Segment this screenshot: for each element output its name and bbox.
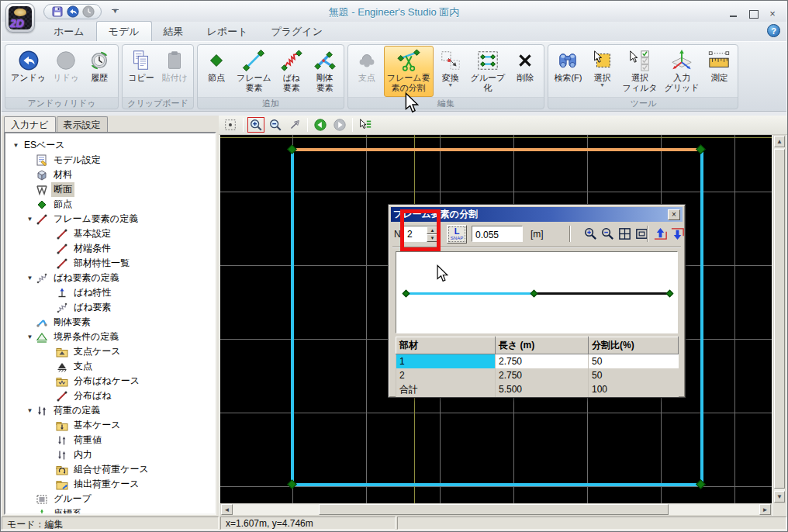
ribbon-tab-5[interactable]: プラグイン: [259, 22, 334, 41]
model-node[interactable]: [287, 144, 297, 154]
frame-left-column[interactable]: [291, 148, 294, 486]
close-button[interactable]: ×: [768, 10, 777, 18]
zoom-out-icon[interactable]: [267, 117, 284, 133]
ribbon-button-select[interactable]: 選択▼: [586, 46, 618, 97]
ribbon-button-history[interactable]: 履歴: [83, 46, 116, 97]
tab-display-settings[interactable]: 表示設定: [57, 116, 108, 132]
table-row[interactable]: 合計5.500100: [396, 382, 679, 397]
ribbon-button-node[interactable]: 節点: [200, 46, 233, 97]
tree-item[interactable]: 内力: [5, 447, 215, 462]
tree-item[interactable]: 抽出荷重ケース: [5, 477, 215, 492]
display-select-icon[interactable]: [357, 117, 374, 133]
ribbon-tab-1[interactable]: ホーム: [42, 22, 96, 41]
table-header[interactable]: 長さ (m): [496, 337, 589, 354]
tree-expander-icon[interactable]: ▼: [24, 333, 36, 340]
tree-expander-icon[interactable]: ▼: [10, 142, 22, 149]
ribbon-button-undo[interactable]: アンドゥ: [8, 46, 49, 97]
zoom-in-icon[interactable]: [582, 226, 599, 242]
table-cell[interactable]: 2.750: [496, 368, 589, 382]
table-cell[interactable]: 2.750: [496, 354, 589, 368]
history-icon[interactable]: [81, 5, 95, 19]
tree-item[interactable]: ▼境界条件の定義: [5, 330, 215, 344]
dropdown-arrow-icon[interactable]: ▼: [448, 83, 453, 87]
frame-top-beam[interactable]: [292, 148, 703, 151]
tree-item[interactable]: 部材特性一覧: [5, 256, 215, 271]
vertical-scroll-thumb[interactable]: [774, 149, 785, 489]
vertical-scrollbar[interactable]: ▲ ▼: [773, 135, 786, 503]
tree-item[interactable]: 基本設定: [5, 226, 215, 241]
tree-item[interactable]: 材端条件: [5, 241, 215, 256]
dropdown-arrow-icon[interactable]: ▼: [600, 83, 605, 87]
tree-item[interactable]: 分布ばねケース: [5, 374, 215, 389]
zoom-in-icon[interactable]: [247, 117, 264, 133]
tree-expander-icon[interactable]: ▼: [24, 275, 36, 282]
tree-item[interactable]: 分布ばね: [5, 389, 215, 403]
scroll-up-icon[interactable]: ▲: [774, 136, 785, 147]
table-row[interactable]: 12.75050: [396, 354, 679, 368]
scroll-left-icon[interactable]: ◄: [221, 504, 233, 515]
undo-icon[interactable]: [66, 5, 79, 19]
dialog-close-icon[interactable]: ×: [668, 209, 680, 220]
frame-bottom-beam[interactable]: [292, 483, 703, 486]
ribbon-button-frame[interactable]: フレーム 要素: [233, 46, 275, 97]
tab-input-navi[interactable]: 入力ナビ: [4, 116, 56, 132]
zoom-extents-icon[interactable]: [286, 117, 303, 133]
tree-item[interactable]: ▼ばね要素の定義: [5, 271, 215, 285]
center-view-icon[interactable]: [222, 117, 239, 133]
model-node[interactable]: [696, 479, 706, 489]
ribbon-button-groupify[interactable]: グループ 化: [468, 46, 509, 97]
ribbon-button-search[interactable]: 検索(F): [551, 46, 585, 97]
table-cell[interactable]: 5.500: [496, 382, 589, 397]
qat-dropdown-icon[interactable]: ▼: [112, 7, 119, 10]
tree-item[interactable]: ▼フレーム要素の定義: [5, 212, 215, 226]
table-cell[interactable]: 100: [589, 382, 679, 397]
maximize-button[interactable]: [748, 10, 758, 18]
ribbon-button-copy[interactable]: コピー: [125, 46, 157, 97]
tree-item[interactable]: グループ: [5, 492, 215, 506]
table-cell[interactable]: 50: [589, 354, 679, 368]
tree-item[interactable]: 材料: [5, 168, 215, 182]
ribbon-button-spring[interactable]: ばね 要素: [275, 46, 308, 97]
import-icon[interactable]: [652, 226, 669, 242]
table-cell[interactable]: 合計: [396, 382, 496, 397]
length-input[interactable]: [472, 226, 523, 242]
horizontal-scrollbar[interactable]: ◄ ►: [220, 503, 772, 516]
tree-item[interactable]: 節点: [5, 197, 215, 212]
tree-item[interactable]: 基本ケース: [5, 418, 215, 433]
table-cell[interactable]: 2: [396, 368, 496, 382]
tree-expander-icon[interactable]: ▼: [24, 407, 36, 414]
minimize-button[interactable]: [729, 10, 738, 18]
export-icon[interactable]: [669, 226, 686, 242]
ribbon-button-grid[interactable]: 入力 グリッド: [661, 46, 702, 97]
ribbon-tab-4[interactable]: レポート: [195, 22, 260, 41]
tree-item[interactable]: 座標系: [5, 506, 215, 515]
table-cell[interactable]: 1: [396, 354, 496, 368]
ribbon-button-selfilter[interactable]: 選択 フィルタ: [619, 46, 660, 97]
tree-item[interactable]: 支点: [5, 359, 215, 374]
table-header[interactable]: 部材: [396, 337, 496, 354]
table-row[interactable]: 22.75050: [396, 368, 679, 382]
model-node[interactable]: [696, 144, 706, 154]
ribbon-button-delete[interactable]: 削除: [509, 46, 541, 97]
ribbon-button-rigid[interactable]: 剛体 要素: [309, 46, 341, 97]
tree-item[interactable]: モデル設定: [5, 153, 215, 168]
tree-item[interactable]: ばね特性: [5, 285, 215, 300]
tree-item[interactable]: 剛体要素: [5, 315, 215, 330]
tree-item[interactable]: 荷重値: [5, 433, 215, 447]
snap-toggle-button[interactable]: L SNAP: [447, 225, 467, 244]
tree-expander-icon[interactable]: ▼: [24, 216, 36, 223]
scroll-right-icon[interactable]: ►: [759, 504, 771, 515]
tree-item[interactable]: ▼ESベース: [5, 138, 215, 153]
ribbon-tab-2[interactable]: モデル: [96, 21, 152, 41]
tree-item[interactable]: 断面: [5, 182, 215, 197]
tree-item[interactable]: 組合せ荷重ケース: [5, 462, 215, 477]
ribbon-tab-3[interactable]: 結果: [152, 22, 195, 41]
fit-view-icon[interactable]: [617, 226, 633, 242]
tree-item[interactable]: ▼荷重の定義: [5, 403, 215, 418]
table-cell[interactable]: 50: [589, 368, 679, 382]
ribbon-button-transform[interactable]: 変換▼: [434, 46, 467, 97]
scroll-down-icon[interactable]: ▼: [774, 491, 785, 503]
ribbon-button-measure[interactable]: 測定: [703, 46, 735, 97]
zoom-out-icon[interactable]: [600, 226, 616, 242]
view-back-icon[interactable]: [312, 117, 329, 133]
